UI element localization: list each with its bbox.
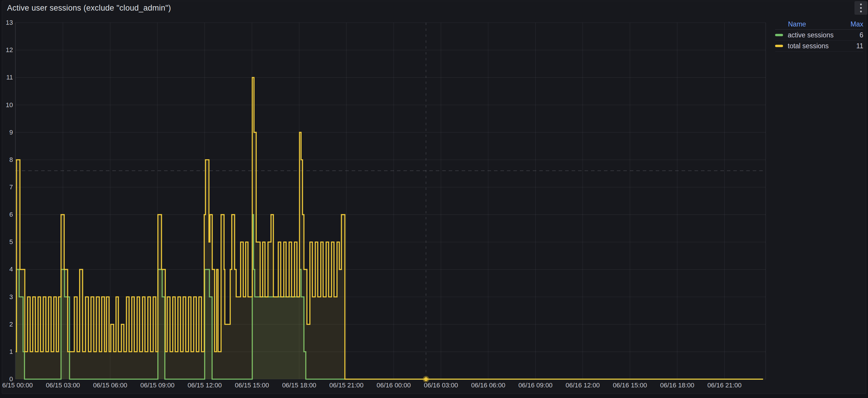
legend-row[interactable]: active sessions6 [775, 30, 863, 40]
y-axis-tick-label: 12 [0, 46, 13, 54]
y-axis-tick-label: 5 [0, 238, 13, 246]
x-axis-tick-label: 06/16 03:00 [424, 381, 458, 389]
time-series-plot-area[interactable] [0, 0, 868, 398]
y-axis-tick-label: 9 [0, 129, 13, 136]
x-axis-tick-label: 06/15 00:00 [2, 381, 33, 389]
y-axis-tick-label: 1 [0, 348, 13, 356]
x-axis-tick-label: 06/16 00:00 [377, 381, 411, 389]
y-axis-tick-label: 13 [0, 19, 13, 27]
y-axis-tick-label: 2 [0, 320, 13, 328]
x-axis-tick-label: 06/15 12:00 [188, 381, 222, 389]
legend-series-name[interactable]: active sessions [788, 31, 860, 39]
legend-row[interactable]: total sessions11 [775, 40, 863, 52]
x-axis-tick-label: 06/15 09:00 [140, 381, 174, 389]
legend-series-max-value: 6 [860, 31, 863, 39]
y-axis-tick-label: 11 [0, 74, 13, 81]
legend-header: Name Max [775, 19, 863, 30]
x-axis-tick-label: 06/16 18:00 [660, 381, 694, 389]
legend-table: Name Max active sessions6total sessions1… [775, 19, 863, 52]
x-axis-tick-label: 06/16 12:00 [566, 381, 600, 389]
y-axis-tick-label: 7 [0, 183, 13, 191]
y-axis-tick-label: 3 [0, 293, 13, 301]
x-axis-tick-label: 06/15 06:00 [93, 381, 127, 389]
x-axis-labels: 06/15 00:0006/15 03:0006/15 06:0006/15 0… [2, 381, 867, 391]
legend-series-max-value: 11 [856, 42, 863, 50]
x-axis-tick-label: 06/15 18:00 [282, 381, 316, 389]
x-axis-tick-label: 06/16 21:00 [708, 381, 742, 389]
y-axis-tick-label: 10 [0, 101, 13, 109]
legend-column-max[interactable]: Max [851, 20, 863, 28]
x-axis-tick-label: 06/15 21:00 [329, 381, 364, 389]
x-axis-tick-label: 06/15 03:00 [46, 381, 80, 389]
y-axis-tick-label: 8 [0, 156, 13, 164]
x-axis-tick-label: 06/16 15:00 [613, 381, 647, 389]
series-color-marker-icon [775, 45, 783, 47]
legend-column-name[interactable]: Name [788, 20, 851, 28]
x-axis-tick-label: 06/15 15:00 [235, 381, 269, 389]
legend-series-name[interactable]: total sessions [788, 42, 856, 50]
series-color-marker-icon [775, 34, 783, 36]
y-axis-tick-label: 6 [0, 211, 13, 219]
x-axis-tick-label: 06/16 09:00 [518, 381, 553, 389]
y-axis-tick-label: 4 [0, 265, 13, 273]
x-axis-tick-label: 06/16 06:00 [471, 381, 505, 389]
